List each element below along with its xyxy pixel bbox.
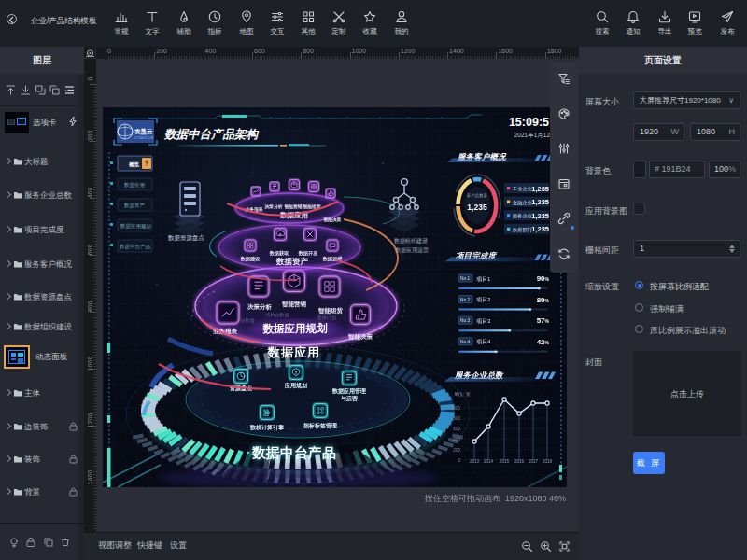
svg-text:数据获取: 数据获取: [269, 250, 290, 257]
svg-text:政府部门: 政府部门: [513, 227, 532, 233]
svg-text:DTSTACK.COM: DTSTACK.COM: [134, 136, 154, 140]
svg-text:智能决策: 智能决策: [347, 333, 374, 341]
svg-text:数据应用运营: 数据应用运营: [395, 246, 429, 254]
svg-text:数据资产: 数据资产: [124, 203, 146, 209]
svg-text:数据应用: 数据应用: [267, 345, 320, 359]
svg-text:智能营销: 智能营销: [281, 301, 307, 308]
svg-text:化数据: 化数据: [241, 317, 255, 324]
svg-text:单位: 家: 单位: 家: [454, 391, 471, 397]
svg-text:结构化数据: 结构化数据: [266, 312, 289, 318]
svg-text:1,235: 1,235: [467, 203, 487, 212]
svg-text:应用规划: 应用规划: [284, 382, 307, 389]
svg-text:57%: 57%: [537, 316, 550, 325]
svg-text:项目3: 项目3: [476, 318, 491, 325]
svg-text:数据建设: 数据建设: [240, 256, 261, 262]
svg-text:1,235: 1,235: [531, 212, 549, 220]
svg-text:决策分析: 决策分析: [247, 303, 273, 311]
svg-text:数据中台产品: 数据中台产品: [120, 244, 151, 250]
svg-text:15:09:5: 15:09:5: [509, 116, 549, 129]
svg-text:No.3: No.3: [460, 318, 470, 323]
svg-text:数据应用: 数据应用: [124, 182, 145, 189]
svg-text:智能营销: 智能营销: [283, 203, 302, 210]
svg-text:数据中台产品: 数据中台产品: [251, 445, 336, 460]
svg-text:数据应用规划: 数据应用规划: [120, 223, 151, 230]
svg-text:2016: 2016: [514, 459, 525, 464]
svg-text:概览: 概览: [128, 161, 140, 168]
svg-text:服务企业: 服务企业: [513, 213, 533, 218]
svg-text:1,235: 1,235: [531, 185, 549, 193]
svg-text:800: 800: [453, 416, 460, 421]
svg-text:No.1: No.1: [460, 276, 470, 281]
svg-text:1000: 1000: [451, 406, 461, 411]
svg-text:数据中台产品架构: 数据中台产品架构: [163, 128, 260, 141]
svg-text:2021年1月12: 2021年1月12: [514, 132, 551, 139]
svg-text:金融企业: 金融企业: [513, 200, 533, 206]
svg-text:No.4: No.4: [460, 340, 470, 344]
svg-text:1,235: 1,235: [531, 225, 549, 233]
svg-text:数栈计算引擎: 数栈计算引擎: [249, 424, 285, 431]
svg-text:项目4: 项目4: [476, 339, 491, 345]
svg-text:客户总数家: 客户总数家: [467, 193, 488, 198]
svg-text:2015: 2015: [500, 459, 510, 464]
svg-text:工业企业: 工业企业: [513, 186, 533, 191]
svg-text:项目1: 项目1: [476, 276, 491, 283]
svg-text:与运营: 与运营: [340, 395, 358, 402]
svg-text:2014: 2014: [484, 459, 494, 464]
svg-text:1,235: 1,235: [531, 198, 549, 206]
svg-text:数据资产: 数据资产: [275, 257, 309, 266]
svg-text:指标标签管理: 指标标签管理: [303, 422, 337, 429]
svg-text:智能决策: 智能决策: [322, 217, 341, 223]
svg-text:0: 0: [458, 458, 460, 463]
svg-text:No.2: No.2: [460, 298, 470, 302]
svg-text:数据资源盘点: 数据资源盘点: [167, 234, 205, 242]
svg-text:整体计划: 整体计划: [317, 315, 336, 321]
svg-text:200: 200: [453, 448, 460, 453]
svg-text:数据应用管理: 数据应用管理: [331, 387, 366, 395]
svg-text:决策分析: 决策分析: [263, 203, 282, 210]
svg-text:数据应用规划: 数据应用规划: [262, 322, 329, 335]
svg-text:90%: 90%: [537, 274, 550, 283]
svg-text:2017: 2017: [529, 459, 539, 464]
svg-text:2013: 2013: [470, 459, 480, 464]
svg-text:智能组货: 智能组货: [317, 307, 344, 315]
svg-text:数据开发: 数据开发: [298, 250, 319, 257]
svg-text:数据组织建设: 数据组织建设: [394, 237, 428, 245]
svg-text:400: 400: [453, 438, 460, 442]
svg-text:农垦云: 农垦云: [134, 128, 153, 135]
svg-text:2018: 2018: [543, 459, 553, 464]
svg-text:80%: 80%: [537, 296, 550, 304]
svg-text:600: 600: [453, 427, 460, 431]
svg-text:42%: 42%: [537, 338, 550, 346]
svg-text:项目2: 项目2: [476, 297, 491, 303]
